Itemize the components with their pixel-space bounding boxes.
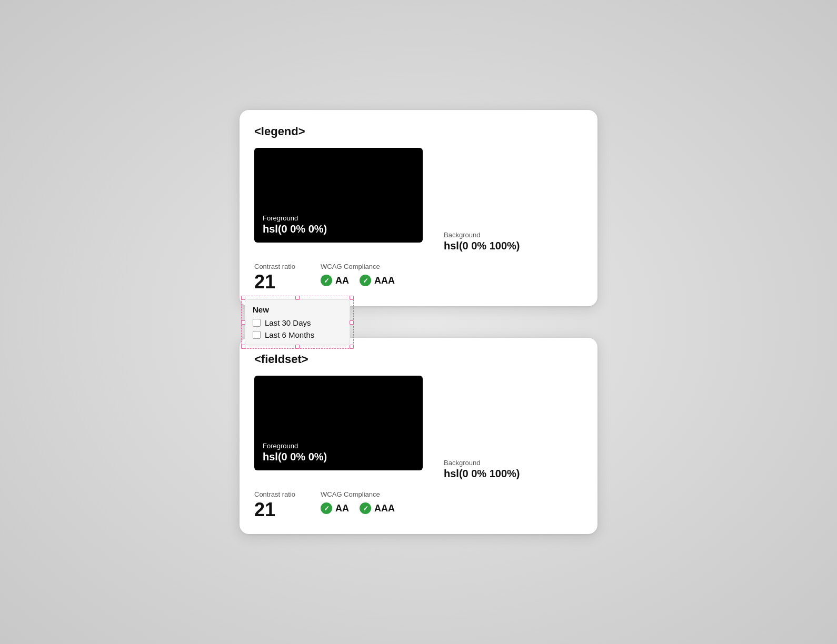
legend-aaa-check-icon [360, 275, 371, 286]
fieldset-preview-section: Foreground hsl(0 0% 0%) [254, 376, 423, 480]
legend-wcag-label: WCAG Compliance [321, 263, 395, 270]
legend-compliance-block: WCAG Compliance AA AAA [321, 263, 395, 286]
legend-preview-section: Foreground hsl(0 0% 0%) [254, 148, 423, 252]
legend-foreground-value: hsl(0 0% 0%) [263, 223, 414, 235]
handle-lm [241, 320, 245, 325]
legend-compliance-badges: AA AAA [321, 275, 395, 286]
fieldset-aa-badge: AA [321, 502, 349, 514]
fieldset-aa-label: AA [335, 503, 349, 514]
page-wrapper: <legend> Foreground hsl(0 0% 0%) Backgro… [240, 110, 597, 534]
legend-card-title: <legend> [254, 125, 583, 138]
legend-background-value: hsl(0 0% 100%) [444, 240, 520, 252]
legend-contrast-block: Contrast ratio 21 [254, 263, 295, 291]
popup-checkbox-1[interactable] [253, 319, 261, 327]
fieldset-wcag-label: WCAG Compliance [321, 490, 395, 498]
legend-aa-label: AA [335, 275, 349, 286]
popup-title: New [253, 305, 342, 314]
legend-aaa-badge: AAA [360, 275, 395, 286]
fieldset-aaa-check-icon [360, 502, 371, 514]
fieldset-foreground-label: Foreground [263, 442, 414, 450]
legend-contrast-label: Contrast ratio [254, 263, 295, 270]
fieldset-card-title: <fieldset> [254, 353, 583, 366]
fieldset-background-value: hsl(0 0% 100%) [444, 468, 520, 480]
fieldset-card: <fieldset> Foreground hsl(0 0% 0%) Backg… [240, 338, 597, 534]
fieldset-contrast-block: Contrast ratio 21 [254, 490, 295, 519]
popup-option-2-label: Last 6 Months [265, 330, 314, 339]
legend-card-row: Foreground hsl(0 0% 0%) Background hsl(0… [254, 148, 583, 252]
handle-rm [350, 320, 354, 325]
fieldset-compliance-badges: AA AAA [321, 502, 395, 514]
fieldset-color-preview: Foreground hsl(0 0% 0%) [254, 376, 423, 470]
popup-option-1[interactable]: Last 30 Days [253, 318, 342, 327]
legend-background-section: Background hsl(0 0% 100%) [444, 231, 520, 252]
fieldset-aaa-label: AAA [374, 503, 395, 514]
popup-option-1-label: Last 30 Days [265, 318, 311, 327]
fieldset-card-row: Foreground hsl(0 0% 0%) Background hsl(0… [254, 376, 583, 480]
popup-checkbox-2[interactable] [253, 331, 261, 339]
fieldset-background-section: Background hsl(0 0% 100%) [444, 459, 520, 480]
fieldset-contrast-value: 21 [254, 500, 295, 519]
legend-card: <legend> Foreground hsl(0 0% 0%) Backgro… [240, 110, 597, 306]
legend-foreground-label: Foreground [263, 214, 414, 222]
fieldset-aaa-badge: AAA [360, 502, 395, 514]
fieldset-compliance-block: WCAG Compliance AA AAA [321, 490, 395, 514]
legend-background-label: Background [444, 231, 520, 239]
legend-metrics-row: Contrast ratio 21 WCAG Compliance AA AAA [254, 263, 583, 291]
fieldset-aa-check-icon [321, 502, 332, 514]
legend-aa-check-icon [321, 275, 332, 286]
legend-color-preview: Foreground hsl(0 0% 0%) [254, 148, 423, 243]
legend-aa-badge: AA [321, 275, 349, 286]
popup-option-2[interactable]: Last 6 Months [253, 330, 342, 339]
fieldset-foreground-value: hsl(0 0% 0%) [263, 451, 414, 463]
fieldset-background-label: Background [444, 459, 520, 467]
fieldset-contrast-label: Contrast ratio [254, 490, 295, 498]
floating-popup: New Last 30 Days Last 6 Months [245, 299, 350, 345]
legend-contrast-value: 21 [254, 273, 295, 291]
legend-aaa-label: AAA [374, 275, 395, 286]
fieldset-metrics-row: Contrast ratio 21 WCAG Compliance AA AAA [254, 490, 583, 519]
popup-box: New Last 30 Days Last 6 Months [245, 299, 350, 345]
